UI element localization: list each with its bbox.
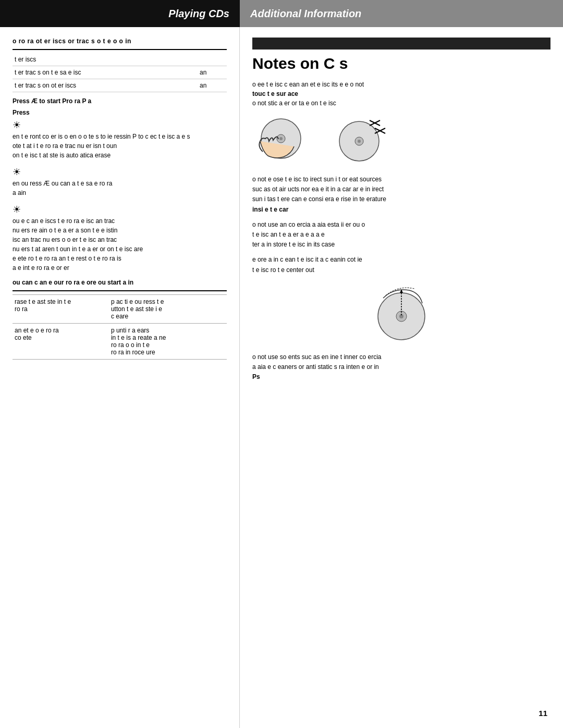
right-note-3: e ore a in c ean t e isc it a c eanin co… [252,255,550,275]
right-note-2: o not use an co ercia a aia esta ii er o… [252,220,550,250]
section-title-bar [252,38,550,50]
table-cell [198,53,227,66]
page-header: Playing CDs Additional Information [0,0,563,27]
left-column: o ro ra ot er iscs or trac s o t e o o i… [0,27,240,728]
left-divider-top [13,49,227,50]
bulb-icon-3: ☀ [13,204,21,215]
tip-1-text: en t e ront co er is o en o o te s to ie… [13,132,227,160]
tip-3-text: ou e c an e iscs t e ro ra e isc an trac… [13,216,227,273]
table-row: t er iscs [13,53,227,66]
right-note-1: o not e ose t e isc to irect sun i t or … [252,175,550,215]
table-cell: t er iscs [13,53,198,66]
trouble-row-2: an et e o e ro raco ete p unti r a ears … [13,324,227,360]
left-intro-text: o ro ra ot er iscs or trac s o t e o o i… [13,38,227,45]
cd-hand-illustration [252,115,315,167]
header-additional-info: Additional Information [250,8,361,20]
trouble-solution-1: p ac ti e ou ress t e utton t e ast ste … [109,295,227,324]
table-cell: an [198,66,227,79]
right-note-4: o not use so ents suc as en ine t inner … [252,352,550,382]
page-number: 11 [538,709,547,718]
troubleshoot-table: rase t e ast ste in t e ro ra p ac ti e … [13,294,227,360]
bottom-note: ou can c an e our ro ra e ore ou start a… [13,279,227,286]
trouble-row-1: rase t e ast ste in t e ro ra p ac ti e … [13,295,227,324]
right-column: Notes on C s o ee t e isc c ean an et e … [240,27,563,728]
tip-2-text: en ou ress Æ ou can a t e sa e ro ra a a… [13,179,227,198]
svg-point-2 [279,137,283,140]
header-right: Additional Information [240,0,563,27]
svg-point-5 [358,140,361,143]
trouble-problem-1: rase t e ast ste in t e ro ra [13,295,109,324]
table-row: t er trac s on ot er iscs an [13,79,227,92]
notes-heading: Notes on C s [252,55,550,72]
header-playing-cds: Playing CDs [168,8,229,20]
right-intro: o ee t e isc c ean an et e isc its e e o… [252,80,550,108]
tip-2: ☀ en ou ress Æ ou can a t e sa e ro ra a… [13,166,227,198]
tip-1: ☀ en t e ront co er is o en o o te s to … [13,119,227,160]
cd-cleaning-illustration-row [252,282,550,345]
press-line: Press Æ to start Pro ra P a [13,97,227,105]
tip-3: ☀ ou e c an e iscs t e ro ra e isc an tr… [13,204,227,273]
header-left: Playing CDs [0,0,240,27]
table-row: t er trac s on t e sa e isc an [13,66,227,79]
bulb-icon-2: ☀ [13,166,21,178]
press-label: Press [13,109,227,116]
track-table: t er iscs t er trac s on t e sa e isc an… [13,53,227,92]
cd-illustrations-row [252,115,550,167]
cd-cleaning-illustration [368,282,435,345]
table-cell: t er trac s on t e sa e isc [13,66,198,79]
main-content: o ro ra ot er iscs or trac s o t e o o i… [0,27,563,728]
bulb-icon-1: ☀ [13,119,21,131]
trouble-solution-2: p unti r a ears in t e is a reate a ne r… [109,324,227,360]
table-cell: t er trac s on ot er iscs [13,79,198,92]
left-divider-bottom [13,290,227,291]
trouble-problem-2: an et e o e ro raco ete [13,324,109,360]
table-cell: an [198,79,227,92]
cd-nono-illustration [331,115,393,167]
